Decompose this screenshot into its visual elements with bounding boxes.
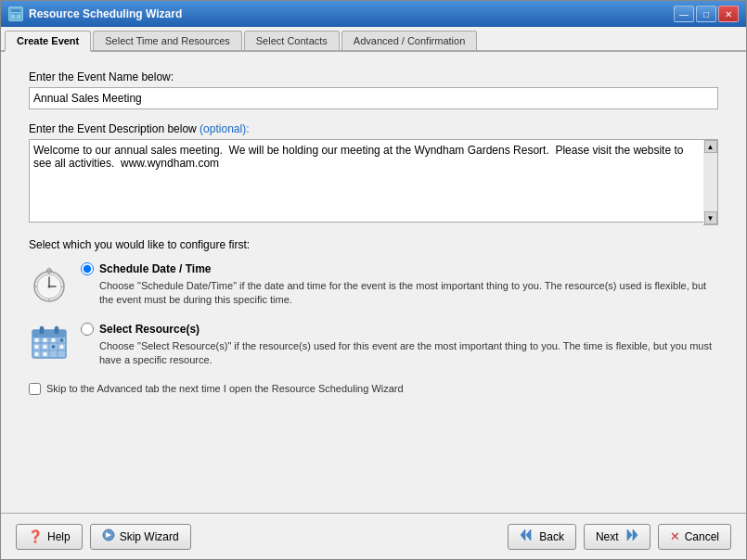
skip-wizard-button[interactable]: Skip Wizard <box>90 524 191 550</box>
resource-icon <box>29 323 70 363</box>
footer-left: ❓ Help Skip Wizard <box>16 524 508 550</box>
window-title: Resource Scheduling Wizard <box>29 7 182 20</box>
select-resources-option: Select Resource(s) Choose "Select Resour… <box>29 323 718 368</box>
schedule-datetime-radio[interactable] <box>81 262 94 275</box>
event-desc-label: Enter the Event Description below (optio… <box>29 122 718 135</box>
footer: ❓ Help Skip Wizard <box>1 513 746 559</box>
maximize-button[interactable]: □ <box>696 6 716 22</box>
tab-bar: Create Event Select Time and Resources S… <box>1 27 746 52</box>
svg-point-30 <box>52 345 56 349</box>
schedule-datetime-content: Schedule Date / Time Choose "Schedule Da… <box>81 262 718 308</box>
tab-create-event[interactable]: Create Event <box>5 31 91 52</box>
event-desc-input[interactable]: Welcome to our annual sales meeting. We … <box>29 139 718 223</box>
title-bar-left: Resource Scheduling Wizard <box>8 6 182 21</box>
next-icon <box>624 528 638 544</box>
svg-point-31 <box>60 345 64 349</box>
svg-marker-36 <box>521 529 525 541</box>
svg-point-29 <box>44 345 47 349</box>
back-button[interactable]: Back <box>508 524 576 550</box>
schedule-datetime-option: Schedule Date / Time Choose "Schedule Da… <box>29 262 718 308</box>
svg-rect-1 <box>11 9 20 12</box>
title-bar-controls: — □ ✕ <box>674 6 739 22</box>
tab-advanced[interactable]: Advanced / Confirmation <box>341 31 477 50</box>
select-resources-content: Select Resource(s) Choose "Select Resour… <box>81 323 718 368</box>
svg-rect-7 <box>47 268 51 272</box>
main-window: Resource Scheduling Wizard — □ ✕ Create … <box>0 0 747 560</box>
skip-wizard-icon <box>102 528 115 544</box>
skip-checkbox[interactable] <box>29 383 41 395</box>
window-icon <box>8 6 23 21</box>
form-content: Enter the Event Name below: Enter the Ev… <box>1 52 746 513</box>
clock-icon <box>29 262 70 303</box>
select-resources-desc: Choose "Select Resource(s)" if the resou… <box>99 339 718 368</box>
scroll-down-arrow[interactable]: ▼ <box>704 211 717 224</box>
skip-checkbox-label: Skip to the Advanced tab the next time I… <box>46 383 404 394</box>
svg-point-24 <box>35 338 39 342</box>
close-button[interactable]: ✕ <box>718 6 739 22</box>
event-desc-wrapper: Welcome to our annual sales meeting. We … <box>29 139 718 225</box>
schedule-datetime-label: Schedule Date / Time <box>99 262 212 275</box>
schedule-datetime-row: Schedule Date / Time <box>81 262 718 275</box>
select-resources-row: Select Resource(s) <box>81 323 718 336</box>
help-icon: ❓ <box>28 529 43 543</box>
back-icon <box>520 528 534 544</box>
svg-point-26 <box>52 338 56 342</box>
select-resources-radio[interactable] <box>81 323 94 336</box>
schedule-datetime-desc: Choose "Schedule Date/Time" if the date … <box>99 279 718 308</box>
event-name-group: Enter the Event Name below: <box>29 70 718 109</box>
help-button[interactable]: ❓ Help <box>16 524 83 550</box>
next-button[interactable]: Next <box>584 524 650 550</box>
footer-right: Back Next ✕ Cancel <box>508 524 731 550</box>
svg-marker-38 <box>627 529 632 541</box>
tab-select-contacts[interactable]: Select Contacts <box>244 31 340 50</box>
title-bar: Resource Scheduling Wizard — □ ✕ <box>1 1 746 27</box>
minimize-button[interactable]: — <box>674 6 694 22</box>
cancel-button[interactable]: ✕ Cancel <box>658 524 731 550</box>
svg-rect-16 <box>32 330 66 337</box>
scroll-up-arrow[interactable]: ▲ <box>704 140 717 153</box>
svg-point-32 <box>35 352 39 356</box>
select-resources-label: Select Resource(s) <box>99 323 200 336</box>
event-desc-group: Enter the Event Description below (optio… <box>29 122 718 225</box>
svg-point-28 <box>35 345 39 349</box>
svg-point-33 <box>44 352 47 356</box>
tab-select-time[interactable]: Select Time and Resources <box>93 31 242 50</box>
svg-marker-37 <box>526 529 531 541</box>
scroll-track <box>703 153 717 211</box>
svg-point-10 <box>48 286 51 288</box>
svg-rect-18 <box>55 326 58 334</box>
svg-marker-39 <box>633 529 638 541</box>
configure-label: Select which you would like to configure… <box>29 238 718 251</box>
skip-checkbox-row: Skip to the Advanced tab the next time I… <box>29 383 718 395</box>
textarea-scrollbar: ▲ ▼ <box>703 139 718 225</box>
svg-rect-17 <box>40 326 44 334</box>
cancel-icon: ✕ <box>670 529 680 543</box>
event-name-label: Enter the Event Name below: <box>29 70 718 83</box>
svg-point-25 <box>44 338 47 342</box>
svg-point-27 <box>60 338 64 342</box>
event-name-input[interactable] <box>29 87 718 109</box>
